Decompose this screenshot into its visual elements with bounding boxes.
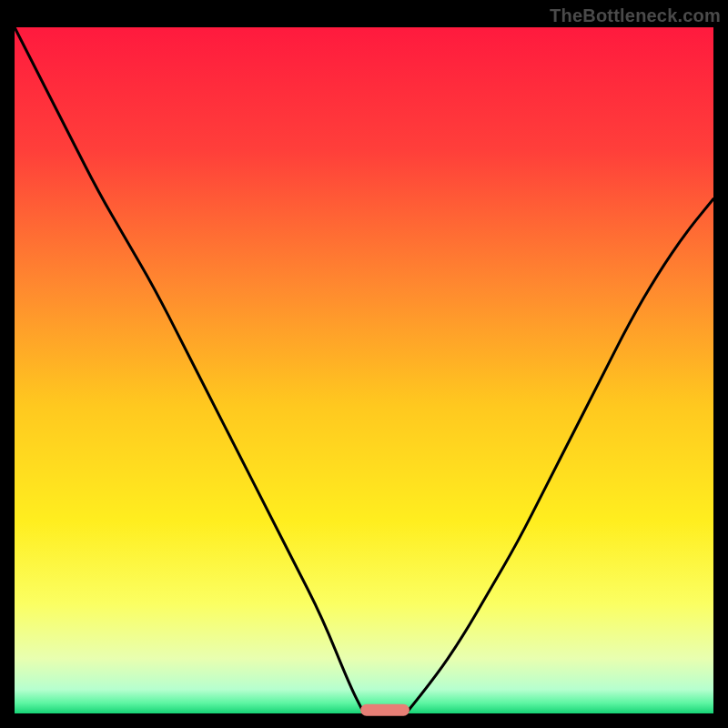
chart-container: TheBottleneck.com (0, 0, 728, 728)
chart-gradient-bg (15, 27, 713, 713)
bottleneck-chart (0, 0, 728, 728)
watermark-text: TheBottleneck.com (550, 5, 721, 26)
bottleneck-pill (360, 704, 410, 716)
